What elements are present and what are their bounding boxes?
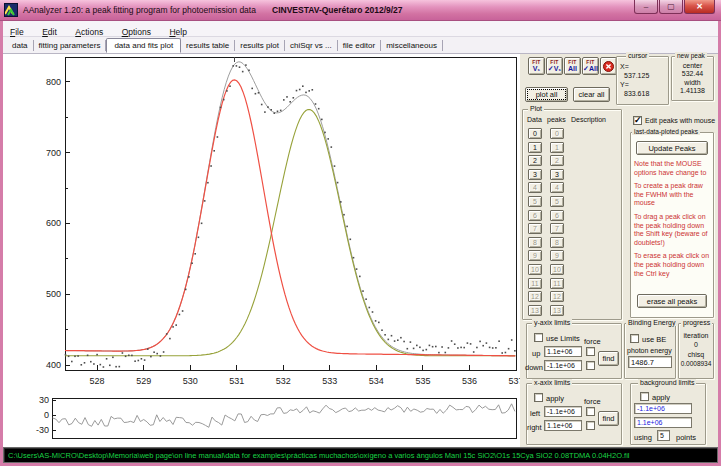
x-left-force-checkbox[interactable]	[586, 407, 595, 416]
peaks-toggle-5[interactable]: 5	[550, 196, 564, 207]
title-bar[interactable]: AAnalyzer 1.20: a peak fitting program f…	[0, 0, 721, 21]
tab-chisqr-vs-[interactable]: chiSqr vs ...	[285, 40, 338, 51]
cursor-y-label: Y=	[620, 81, 629, 88]
data-toggle-11[interactable]: 11	[528, 278, 542, 289]
y-up-field[interactable]: 1.1e+06	[544, 346, 582, 357]
menu-bar: File Edit Actions Options Help	[3, 21, 718, 37]
data-toggle-13[interactable]: 13	[528, 305, 542, 316]
y-down-label: down	[525, 363, 543, 372]
data-toggle-5[interactable]: 5	[528, 196, 542, 207]
fit-v1-button[interactable]: FITV₁	[528, 57, 545, 75]
plot-area[interactable]: 4005006007008005285295305315325335345355…	[3, 54, 520, 447]
x-find-button[interactable]: find	[598, 411, 619, 426]
peaks-toggle-8[interactable]: 8	[550, 237, 564, 248]
peaks-toggle-11[interactable]: 11	[550, 278, 564, 289]
fit-all-button[interactable]: FITAll	[564, 57, 581, 75]
fit-v1-check-button[interactable]: FIT✓V₁	[546, 57, 563, 75]
maximize-button[interactable]: ▢	[659, 0, 683, 14]
edit-peaks-label: Edit peaks with mouse	[645, 117, 715, 124]
svg-text:532: 532	[276, 376, 291, 386]
svg-text:500: 500	[46, 289, 61, 299]
peaks-toggle-4[interactable]: 4	[550, 182, 564, 193]
data-toggle-3[interactable]: 3	[528, 169, 542, 180]
x-left-label: left	[530, 409, 540, 418]
y-force-label: force	[584, 337, 601, 346]
data-toggle-6[interactable]: 6	[528, 210, 542, 221]
bg-points-label: points	[676, 433, 696, 442]
minimize-button[interactable]: –	[634, 0, 658, 14]
svg-text:537: 537	[508, 376, 520, 386]
data-toggle-9[interactable]: 9	[528, 250, 542, 261]
tab-file-editor[interactable]: file editor	[338, 40, 381, 51]
data-toggle-2[interactable]: 2	[528, 155, 542, 166]
fit-all-check-button[interactable]: FIT✓All	[582, 57, 599, 75]
tab-miscellaneous[interactable]: miscellaneous	[381, 40, 443, 51]
tab-results-table[interactable]: results table	[181, 40, 235, 51]
plot-list-col-data: Data	[527, 116, 542, 123]
data-toggle-10[interactable]: 10	[528, 264, 542, 275]
x-right-force-checkbox[interactable]	[586, 421, 595, 430]
peaks-toggle-3[interactable]: 3	[550, 169, 564, 180]
x-left-field[interactable]: -1.1e+06	[544, 406, 582, 417]
stop-fit-button[interactable]	[600, 57, 617, 75]
last-data-plotted-peaks-title: last-data-ploted peaks	[632, 128, 700, 135]
plot-list-col-peaks: peaks	[547, 116, 566, 123]
data-toggle-12[interactable]: 12	[528, 291, 542, 302]
data-toggle-7[interactable]: 7	[528, 223, 542, 234]
x-apply-checkbox[interactable]	[534, 393, 543, 402]
y-down-force-checkbox[interactable]	[586, 361, 595, 370]
menu-edit[interactable]: Edit	[35, 25, 64, 37]
bg-points-field[interactable]: 5	[657, 430, 670, 441]
clear-all-button[interactable]: clear all	[573, 87, 610, 102]
peaks-toggle-6[interactable]: 6	[550, 210, 564, 221]
close-button[interactable]: ✕	[684, 0, 715, 14]
tab-fitting-parameters[interactable]: fitting parameters	[34, 40, 107, 51]
erase-all-peaks-button[interactable]: erase all peaks	[637, 294, 707, 308]
bg-upper-field[interactable]: -1.1e+06	[634, 403, 692, 414]
bg-lower-field[interactable]: 1.1e+06	[634, 417, 692, 428]
peaks-toggle-13[interactable]: 13	[550, 305, 564, 316]
data-toggle-4[interactable]: 4	[528, 182, 542, 193]
data-toggle-8[interactable]: 8	[528, 237, 542, 248]
menu-file[interactable]: File	[3, 25, 31, 37]
peaks-toggle-10[interactable]: 10	[550, 264, 564, 275]
iteration-label: iteration	[678, 332, 714, 339]
cursor-x-label: X=	[620, 63, 629, 70]
peaks-toggle-0[interactable]: 0	[550, 128, 564, 139]
menu-actions[interactable]: Actions	[68, 25, 110, 37]
y-down-field[interactable]: -1.1e+06	[544, 360, 582, 371]
bg-apply-label: apply	[652, 393, 670, 402]
plot-all-button[interactable]: plot all	[525, 87, 568, 102]
app-window: AAnalyzer 1.20: a peak fitting program f…	[0, 0, 721, 466]
svg-text:535: 535	[415, 376, 430, 386]
menu-help[interactable]: Help	[162, 25, 193, 37]
bg-apply-checkbox[interactable]	[640, 392, 649, 401]
y-axis-limits-title: y-axix limits	[532, 319, 572, 326]
x-right-field[interactable]: 1.1e+06	[544, 420, 582, 431]
menu-options[interactable]: Options	[115, 25, 158, 37]
photon-energy-label: photon energy	[627, 347, 672, 354]
use-limits-checkbox[interactable]	[534, 333, 543, 342]
peaks-toggle-1[interactable]: 1	[550, 142, 564, 153]
data-toggle-0[interactable]: 0	[528, 128, 542, 139]
y-up-force-checkbox[interactable]	[586, 347, 595, 356]
update-peaks-button[interactable]: Update Peaks	[636, 141, 708, 155]
svg-text:30: 30	[39, 395, 49, 405]
use-limits-label: use Limits	[546, 334, 580, 343]
data-toggle-1[interactable]: 1	[528, 142, 542, 153]
tab-results-plot[interactable]: results plot	[235, 40, 285, 51]
peaks-toggle-9[interactable]: 9	[550, 250, 564, 261]
svg-text:-30: -30	[36, 425, 49, 435]
edit-peaks-checkbox[interactable]	[633, 116, 642, 125]
photon-energy-field[interactable]: 1486.7	[628, 356, 672, 368]
use-be-checkbox[interactable]	[630, 334, 639, 343]
tab-data[interactable]: data	[7, 40, 34, 51]
peaks-toggle-7[interactable]: 7	[550, 223, 564, 234]
y-find-button[interactable]: find	[598, 351, 619, 366]
peaks-toggle-12[interactable]: 12	[550, 291, 564, 302]
tab-data-and-fits-plot[interactable]: data and fits plot	[106, 38, 181, 53]
svg-text:0: 0	[44, 410, 49, 420]
spectrum-chart[interactable]: 4005006007008005285295305315325335345355…	[3, 54, 520, 447]
mouse-note-1: Note that the MOUSE options have change …	[634, 160, 711, 177]
peaks-toggle-2[interactable]: 2	[550, 155, 564, 166]
